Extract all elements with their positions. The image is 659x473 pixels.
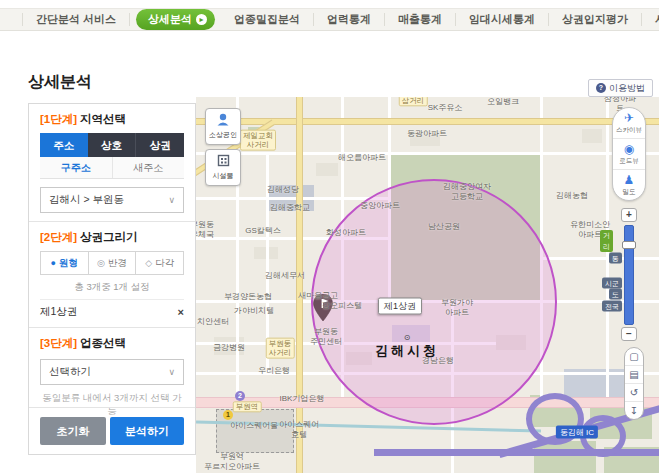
roadview-icon: ◉ [624, 143, 634, 156]
page: 간단분석 서비스상세분석▸업종밀집분석업력통계매출통계임대시세통계상권입지평가사… [0, 0, 659, 473]
undo-icon[interactable]: ↺ [625, 383, 643, 401]
zoom-in-button[interactable]: + [621, 208, 637, 222]
map-label: 치안센터 [197, 317, 229, 327]
step2-title: 상권그리기 [80, 231, 138, 243]
nav-item-0[interactable]: 간단분석 서비스 [22, 13, 130, 26]
zoom-level-badge-동[interactable]: 동 [609, 253, 622, 264]
polygon-icon: ◇ [145, 258, 152, 268]
map-label: 삼거리 [399, 97, 428, 107]
trade-area-circle[interactable] [311, 179, 557, 425]
step3-badge: [3단계] [40, 337, 77, 349]
industry-select[interactable]: 선택하기 ∨ [40, 359, 184, 385]
mode-circle-label: 원형 [59, 257, 78, 270]
chevron-down-icon: ∨ [168, 367, 175, 377]
step1-section: [1단계]지역선택 주소 상호 상권 구주소 새주소 김해시 > 부원동 ∨ [29, 104, 195, 221]
map-canvas[interactable]: 삼거리SK주유소오일뱅크삼정아파트제일교회 사거리동광아파트해오름아파트유진테크… [196, 97, 659, 473]
subtab-old-address[interactable]: 구주소 [40, 157, 112, 178]
density-icon: ♟ [624, 174, 635, 187]
circle-icon: ● [51, 258, 56, 268]
tab-address[interactable]: 주소 [40, 133, 88, 157]
zoom-level-badge-시군[interactable]: 시군 [602, 278, 622, 289]
region-tabs: 주소 상호 상권 [40, 133, 184, 157]
map-block [214, 337, 244, 355]
nav-item-2[interactable]: 업종밀집분석 [221, 13, 314, 26]
facilities-layer-button[interactable]: 시설물 [205, 149, 241, 186]
mode-polygon-button[interactable]: ◇ 다각 [136, 251, 184, 275]
zoom-slider-track[interactable] [624, 225, 634, 325]
small-business-layer-button[interactable]: 소상공인 [205, 108, 241, 145]
mode-radius-button[interactable]: ◎ 반경 [89, 251, 137, 275]
nav-item-3[interactable]: 업력통계 [314, 13, 385, 26]
skyview-icon: ✈ [624, 112, 634, 125]
analysis-panel: [1단계]지역선택 주소 상호 상권 구주소 새주소 김해시 > 부원동 ∨ [… [28, 103, 196, 455]
subtab-new-address[interactable]: 새주소 [112, 157, 185, 178]
help-button[interactable]: ? 이용방법 [588, 79, 653, 97]
zoom-level-badge-전국[interactable]: 전국 [602, 301, 622, 312]
top-nav: 간단분석 서비스상세분석▸업종밀집분석업력통계매출통계임대시세통계상권입지평가사… [0, 8, 659, 31]
step2-badge: [2단계] [40, 231, 77, 243]
address-subtabs: 구주소 새주소 [40, 157, 184, 179]
chevron-down-icon: ∨ [168, 195, 175, 205]
facilities-icon [217, 154, 230, 170]
nav-item-7[interactable]: 사업자경영평가 [642, 13, 659, 26]
skyview-button[interactable]: ✈스카이뷰 [613, 108, 645, 138]
area-count-text: 총 3개중 1개 설정 [40, 281, 184, 294]
draw-mode-buttons: ● 원형 ◎ 반경 ◇ 다각 [40, 251, 184, 275]
tab-trade-area[interactable]: 상권 [136, 133, 184, 157]
map-block [410, 131, 440, 146]
tab-store-name[interactable]: 상호 [88, 133, 137, 157]
map-label: 부원역 푸르지오아파트 [204, 452, 260, 471]
nav-item-1[interactable]: 상세분석▸ [136, 9, 215, 30]
small-business-icon [216, 113, 230, 129]
map-block [316, 163, 338, 176]
trade-area-name: 제1상권 [40, 305, 77, 319]
capture-icon[interactable]: ▢ [625, 348, 643, 365]
mode-radius-label: 반경 [108, 257, 127, 270]
mode-polygon-label: 다각 [155, 257, 174, 270]
roadview-label: 로드뷰 [619, 157, 639, 166]
zoom-out-button[interactable]: − [621, 327, 637, 341]
panel-footer: 초기화 분석하기 [29, 407, 195, 454]
nav-item-4[interactable]: 매출통계 [385, 13, 456, 26]
layer-list-icon[interactable]: ▤ [625, 365, 643, 383]
mode-circle-button[interactable]: ● 원형 [40, 251, 89, 275]
analyze-button[interactable]: 분석하기 [110, 417, 184, 445]
map-tools-pill: ▢▤↺↧ [624, 347, 644, 420]
trade-area-marker-pin[interactable] [313, 294, 333, 326]
download-icon[interactable]: ↧ [625, 401, 643, 419]
step2-section: [2단계]상권그리기 ● 원형 ◎ 반경 ◇ 다각 총 3개중 1개 설정 제1… [29, 222, 195, 327]
map-label: GS칼텍스 [245, 226, 281, 236]
measure-distance-button[interactable]: 거리 [600, 230, 613, 252]
zoom-level-badge-도[interactable]: 도 [609, 289, 622, 300]
remove-area-icon[interactable]: × [178, 307, 184, 317]
road [266, 152, 269, 372]
skyview-label: 스카이뷰 [616, 126, 642, 135]
nav-item-5[interactable]: 임대시세통계 [456, 13, 549, 26]
density-button[interactable]: ♟밀도 [613, 169, 645, 200]
map-view-pill: ✈스카이뷰◉로드뷰♟밀도 [612, 107, 646, 201]
page-title: 상세분석 [28, 72, 92, 93]
nav-item-6[interactable]: 상권입지평가 [549, 13, 642, 26]
small-business-label: 소상공인 [209, 130, 237, 140]
step1-badge: [1단계] [40, 113, 77, 125]
step1-heading: [1단계]지역선택 [40, 112, 184, 127]
road [196, 197, 388, 200]
park-small [514, 157, 526, 175]
highway-loop [526, 393, 584, 445]
building-icsquare-mall [216, 409, 294, 453]
roadview-button[interactable]: ◉로드뷰 [613, 138, 645, 169]
map-label: 부원동 사거리 [266, 338, 295, 359]
region-select[interactable]: 김해시 > 부원동 ∨ [40, 187, 184, 213]
reset-button[interactable]: 초기화 [40, 417, 106, 445]
trade-area-row: 제1상권 × [40, 299, 184, 319]
road-yellow [296, 97, 303, 473]
help-button-label: 이용방법 [609, 82, 645, 95]
step1-title: 지역선택 [80, 113, 126, 125]
density-label: 밀도 [623, 188, 636, 197]
nav-active-arrow-icon: ▸ [196, 14, 207, 25]
step2-heading: [2단계]상권그리기 [40, 230, 184, 245]
industry-select-value: 선택하기 [49, 365, 91, 379]
zoom-slider-handle[interactable] [622, 241, 636, 249]
step3-title: 업종선택 [80, 337, 126, 349]
radius-icon: ◎ [97, 258, 105, 268]
